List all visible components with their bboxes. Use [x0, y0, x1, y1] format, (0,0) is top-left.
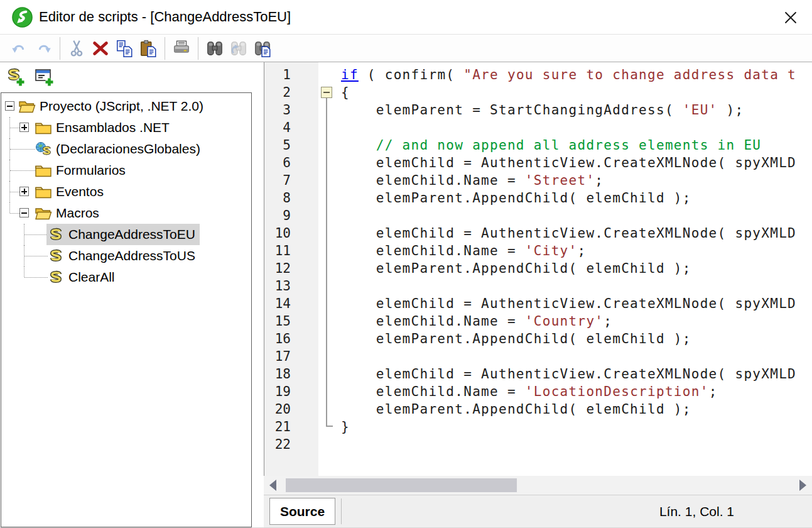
add-macro-button[interactable] — [4, 66, 28, 90]
close-button[interactable] — [779, 6, 802, 29]
find-button[interactable] — [203, 36, 227, 60]
tree-guide — [24, 234, 48, 235]
line-number: 2 — [264, 84, 318, 101]
code-line: elemParent = StartChangingAddress( 'EU' … — [341, 101, 812, 119]
tree-node[interactable]: Ensamblados .NET — [34, 117, 174, 138]
tree-item-label: Proyecto (JScript, .NET 2.0) — [40, 99, 203, 114]
window-title: Editor de scripts - [ChangeAddressToEU] — [39, 0, 291, 34]
code-line: elemChild = AuthenticView.CreateXMLNode(… — [341, 154, 812, 172]
tree-node[interactable]: ClearAll — [46, 267, 119, 288]
redo-button[interactable] — [31, 36, 55, 60]
line-number: 6 — [264, 154, 318, 172]
copy-button[interactable] — [112, 36, 136, 60]
tree-item-changeaddresstoeu[interactable]: ChangeAddressToEU — [1, 224, 251, 245]
line-number: 12 — [264, 260, 318, 277]
tree-item-proyecto-jscript-net-2-0[interactable]: Proyecto (JScript, .NET 2.0) — [1, 96, 251, 117]
horizontal-scrollbar[interactable] — [264, 476, 812, 495]
replace-icon — [253, 39, 272, 58]
titlebar: Editor de scripts - [ChangeAddressToEU] — [0, 0, 812, 35]
tree-node[interactable]: Proyecto (JScript, .NET 2.0) — [18, 96, 208, 117]
tree-guide — [10, 213, 19, 214]
line-number: 9 — [264, 207, 318, 224]
tree-item-label: ChangeAddressToEU — [68, 227, 195, 242]
tab-source[interactable]: Source — [269, 498, 335, 525]
bottom-bar: Source Lín. 1, Col. 1 — [264, 495, 812, 528]
tree-item-clearall[interactable]: ClearAll — [1, 267, 251, 288]
tree-node[interactable]: (DeclaracionesGlobales) — [34, 138, 205, 160]
pane-splitter[interactable] — [252, 62, 264, 528]
code-line: elemChild.Name = 'Country'; — [341, 312, 812, 330]
tree-guide — [24, 267, 24, 277]
code-line: if ( confirm( "Are you sure to change ad… — [341, 66, 812, 84]
cut-button[interactable] — [65, 36, 89, 60]
scroll-left-arrow-icon[interactable] — [269, 480, 276, 491]
tree-item-label: Ensamblados .NET — [56, 120, 170, 135]
collapse-icon[interactable] — [5, 101, 14, 111]
code-area[interactable]: if ( confirm( "Are you sure to change ad… — [336, 62, 812, 476]
scrollbar-thumb[interactable] — [286, 478, 517, 492]
collapse-icon[interactable] — [19, 208, 29, 217]
folder-icon — [35, 163, 52, 178]
tree-item-ensamblados-net[interactable]: Ensamblados .NET — [1, 117, 251, 138]
code-line — [341, 277, 812, 295]
folder-open-icon — [35, 206, 52, 221]
line-number: 22 — [264, 436, 318, 453]
tree-node[interactable]: Formularios — [34, 160, 130, 181]
tree-guide — [10, 192, 19, 192]
line-number: 3 — [264, 101, 318, 119]
tree-node[interactable]: Macros — [34, 202, 104, 224]
delete-button[interactable] — [89, 36, 112, 60]
redo-icon — [34, 39, 53, 58]
find-icon — [205, 39, 224, 58]
code-line — [341, 348, 812, 365]
expand-icon[interactable] — [19, 187, 29, 196]
code-line: elemParent.AppendChild( elemChild ); — [341, 400, 812, 418]
print-button[interactable] — [170, 36, 193, 60]
folder-icon — [35, 120, 52, 135]
expand-icon[interactable] — [19, 123, 29, 132]
tree-item-eventos[interactable]: Eventos — [1, 181, 251, 202]
fold-line-end — [326, 426, 333, 427]
copy-icon — [115, 39, 134, 58]
toolbar-separator — [60, 37, 60, 60]
tree-item-formularios[interactable]: Formularios — [1, 160, 251, 181]
globals-icon — [35, 141, 52, 157]
line-number: 16 — [264, 330, 318, 348]
tree-item-declaracionesglobales[interactable]: (DeclaracionesGlobales) — [1, 138, 251, 160]
tree-node[interactable]: ChangeAddressToUS — [46, 245, 200, 267]
code-editor: 12345678910111213141516171819202122 if (… — [264, 62, 812, 476]
folder-icon — [35, 184, 52, 199]
tree-node[interactable]: ChangeAddressToEU — [46, 224, 200, 245]
code-line — [341, 119, 812, 136]
add-form-button[interactable] — [33, 66, 57, 90]
tree-item-changeaddresstous[interactable]: ChangeAddressToUS — [1, 245, 251, 267]
fold-collapse-icon[interactable] — [321, 87, 332, 98]
add-macro-icon — [5, 67, 26, 89]
line-number: 21 — [264, 418, 318, 436]
find-next-button[interactable] — [227, 36, 251, 60]
line-number: 14 — [264, 295, 318, 312]
line-number: 19 — [264, 383, 318, 400]
toolbar-separator — [165, 37, 165, 60]
code-line: } — [341, 418, 812, 436]
paste-button[interactable] — [136, 36, 160, 60]
code-line: elemChild = AuthenticView.CreateXMLNode(… — [341, 224, 812, 242]
undo-button[interactable] — [8, 36, 31, 60]
replace-button[interactable] — [251, 36, 274, 60]
code-line: elemChild.Name = 'Street'; — [341, 172, 812, 189]
code-line: elemChild = AuthenticView.CreateXMLNode(… — [341, 365, 812, 383]
tree-guide — [10, 170, 35, 171]
code-line: // and now append all address elements i… — [341, 136, 812, 154]
code-line: elemParent.AppendChild( elemChild ); — [341, 189, 812, 207]
tree-item-label: ClearAll — [68, 270, 115, 285]
tab-separator — [341, 498, 342, 524]
tree-node[interactable]: Eventos — [34, 181, 108, 202]
line-number-gutter: 12345678910111213141516171819202122 — [264, 62, 318, 476]
line-number: 11 — [264, 242, 318, 260]
tree-guide — [24, 277, 48, 278]
tree-item-macros[interactable]: Macros — [1, 202, 251, 224]
line-number: 1 — [264, 66, 318, 84]
code-line: elemChild.Name = 'LocationDescription'; — [341, 383, 812, 400]
fold-line — [326, 98, 327, 427]
scroll-right-arrow-icon[interactable] — [799, 480, 806, 491]
